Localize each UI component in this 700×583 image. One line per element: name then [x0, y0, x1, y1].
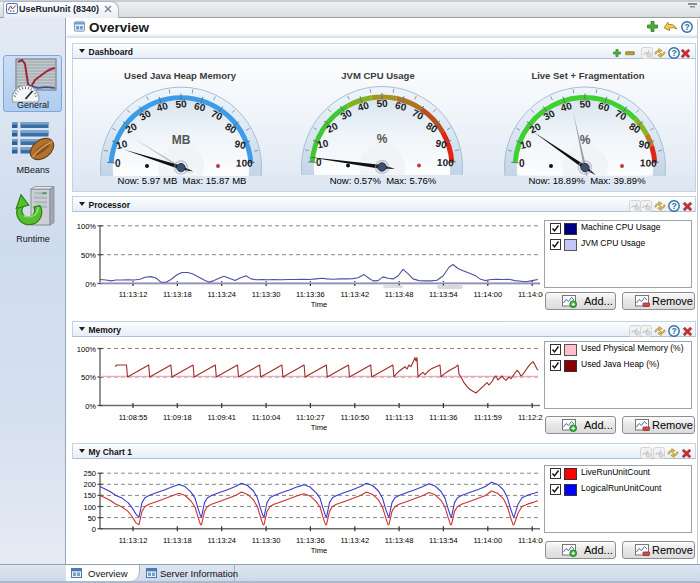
svg-text:0%: 0% [85, 280, 96, 289]
svg-text:0%: 0% [85, 402, 96, 411]
svg-text:100: 100 [83, 503, 96, 512]
svg-text:150: 150 [83, 491, 96, 500]
svg-text:11:14:00: 11:14:00 [473, 290, 502, 299]
svg-text:%: % [580, 133, 591, 147]
svg-text:?: ? [671, 48, 676, 58]
svg-text:50%: 50% [81, 373, 96, 382]
svg-text:11:11:59: 11:11:59 [474, 413, 502, 422]
svg-text:11:13:30: 11:13:30 [252, 536, 281, 545]
svg-text:11:13:36: 11:13:36 [296, 536, 325, 545]
svg-text:MB: MB [172, 133, 191, 147]
svg-text:250: 250 [83, 469, 96, 478]
svg-text:50: 50 [376, 98, 388, 110]
svg-text:11:08:55: 11:08:55 [119, 413, 148, 422]
svg-text:11:13:48: 11:13:48 [385, 536, 414, 545]
svg-text:100: 100 [236, 157, 253, 169]
svg-text:11:13:30: 11:13:30 [252, 290, 281, 299]
svg-text:11:12:22: 11:12:22 [518, 413, 543, 422]
svg-text:?: ? [684, 22, 689, 32]
svg-text:11:09:41: 11:09:41 [207, 413, 236, 422]
svg-text:11:13:24: 11:13:24 [207, 536, 236, 545]
svg-text:11:11:36: 11:11:36 [429, 413, 457, 422]
svg-text:11:13:54: 11:13:54 [429, 536, 458, 545]
svg-text:11:13:24: 11:13:24 [207, 290, 236, 299]
svg-text:0: 0 [519, 158, 525, 169]
svg-text:11:13:12: 11:13:12 [119, 290, 148, 299]
svg-text:0: 0 [92, 525, 96, 534]
svg-text:11:13:18: 11:13:18 [163, 536, 192, 545]
svg-text:11:13:18: 11:13:18 [163, 290, 192, 299]
svg-text:Time: Time [311, 423, 327, 432]
svg-text:100%: 100% [77, 222, 97, 231]
svg-text:11:10:50: 11:10:50 [340, 413, 369, 422]
svg-text:11:13:12: 11:13:12 [119, 536, 148, 545]
svg-text:100: 100 [640, 157, 657, 169]
svg-text:50: 50 [88, 514, 96, 523]
svg-text:11:14:06: 11:14:06 [518, 290, 543, 299]
svg-text:200: 200 [83, 480, 96, 489]
svg-text:?: ? [671, 201, 676, 211]
svg-text:11:13:42: 11:13:42 [340, 290, 369, 299]
svg-text:?: ? [671, 326, 676, 336]
svg-text:11:14:06: 11:14:06 [518, 536, 543, 545]
svg-text:100%: 100% [77, 345, 97, 354]
svg-text:0: 0 [115, 158, 121, 169]
svg-text:11:10:04: 11:10:04 [252, 413, 281, 422]
svg-text:50%: 50% [81, 251, 96, 260]
svg-text:11:13:48: 11:13:48 [385, 290, 414, 299]
svg-text:11:14:00: 11:14:00 [473, 536, 502, 545]
svg-text:11:13:42: 11:13:42 [340, 536, 369, 545]
svg-text:100: 100 [437, 157, 454, 169]
svg-text:11:09:18: 11:09:18 [163, 413, 192, 422]
svg-text:%: % [377, 132, 388, 146]
svg-text:11:11:13: 11:11:13 [385, 413, 413, 422]
svg-text:11:10:27: 11:10:27 [296, 413, 325, 422]
svg-text:50: 50 [175, 98, 187, 110]
svg-text:50: 50 [579, 98, 591, 110]
svg-text:11:13:54: 11:13:54 [429, 290, 458, 299]
svg-text:Time: Time [311, 546, 327, 555]
svg-text:Time: Time [311, 300, 327, 309]
svg-text:11:13:36: 11:13:36 [296, 290, 325, 299]
